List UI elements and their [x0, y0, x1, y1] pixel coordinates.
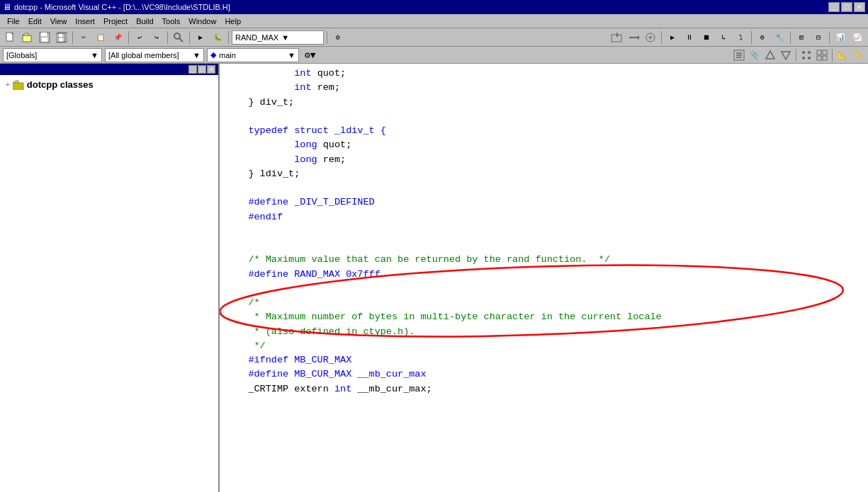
tb-extra-3[interactable] — [643, 30, 658, 45]
code-line-9 — [225, 181, 862, 195]
main-dropdown-icon: ◆ — [210, 50, 216, 59]
title-text: dotcpp - Microsoft Visual C++ - [D:\...\… — [14, 3, 230, 11]
tb-extra-11[interactable]: ⊞ — [794, 30, 809, 45]
members-dropdown[interactable]: [All global members] ▼ — [105, 48, 204, 62]
nav-sep — [796, 49, 796, 62]
tb-extra-1[interactable] — [609, 30, 624, 45]
sidebar-titlebar: _ □ ✕ — [0, 64, 218, 75]
tb-extra-8[interactable]: ⤵ — [733, 30, 748, 45]
sidebar-minimize-btn[interactable]: _ — [188, 65, 197, 74]
tb-extra-12[interactable]: ⊟ — [811, 30, 826, 45]
symbol-dropdown-value: RAND_MAX — [235, 33, 278, 42]
menu-project[interactable]: Project — [99, 16, 132, 27]
code-line-5: typedef struct _ldiv_t { — [225, 124, 862, 138]
code-line-15: #define RAND_MAX 0x7fff — [225, 268, 862, 282]
main-dropdown[interactable]: ◆ main ▼ — [207, 48, 299, 62]
tb-extra-5[interactable]: ⏸ — [682, 30, 697, 45]
members-dropdown-value: [All global members] — [108, 51, 179, 59]
sidebar-maximize-btn[interactable]: □ — [198, 65, 206, 74]
symbol-dropdown[interactable]: RAND_MAX ▼ — [232, 30, 324, 45]
save-all-button[interactable] — [54, 30, 69, 45]
code-line-22: #define MB_CUR_MAX __mb_cur_max — [225, 367, 862, 382]
tb-extra-10[interactable]: 🔧 — [772, 30, 787, 45]
menu-edit[interactable]: Edit — [24, 16, 46, 27]
svg-point-25 — [802, 51, 805, 54]
menu-window[interactable]: Window — [184, 16, 220, 27]
code-line-17: /* — [225, 296, 862, 310]
redo-button[interactable]: ↪ — [149, 30, 164, 45]
minimize-button[interactable]: _ — [828, 2, 840, 12]
nav-btn-1[interactable] — [732, 48, 746, 62]
menu-bar: File Edit View Insert Project Build Tool… — [0, 14, 868, 28]
menu-tools[interactable]: Tools — [158, 16, 185, 27]
nav-btn-2[interactable]: 📎 — [748, 48, 762, 62]
svg-rect-31 — [817, 56, 821, 60]
menu-view[interactable]: View — [46, 16, 72, 27]
code-editor[interactable]: int quot; int rem; } div_t; typedef stru… — [220, 64, 868, 492]
toolbar-sep-3 — [167, 31, 168, 44]
undo-button[interactable]: ↩ — [132, 30, 147, 45]
nav-btn-4[interactable] — [779, 48, 793, 62]
svg-rect-32 — [823, 56, 827, 60]
sidebar-close-btn[interactable]: ✕ — [207, 65, 215, 74]
copy-button[interactable]: 📋 — [93, 30, 108, 45]
code-line-16 — [225, 282, 862, 296]
svg-rect-5 — [42, 38, 47, 42]
tb-extra-9[interactable]: ⚙ — [755, 30, 770, 45]
extra-button[interactable]: ⚙ — [330, 30, 346, 45]
nav-btn-6[interactable] — [815, 48, 829, 62]
debug-button[interactable]: 🐛 — [210, 30, 225, 45]
sidebar-tree-item[interactable]: + dotcpp classes — [6, 78, 213, 91]
folder-icon — [13, 80, 24, 90]
tb-extra-7[interactable]: ↳ — [716, 30, 731, 45]
code-line-10: #define _DIV_T_DEFINED — [225, 195, 862, 210]
svg-point-28 — [808, 57, 811, 59]
nav-btn-3[interactable] — [763, 48, 777, 62]
cut-button[interactable]: ✂ — [76, 30, 91, 45]
expand-icon[interactable]: + — [6, 81, 10, 88]
paste-button[interactable]: 📌 — [110, 30, 125, 45]
toolbar-sep-5 — [228, 31, 229, 44]
tb-extra-2[interactable] — [626, 30, 641, 45]
code-line-6: long quot; — [225, 138, 862, 152]
nav-btn-5[interactable] — [799, 48, 813, 62]
menu-build[interactable]: Build — [132, 16, 157, 27]
sidebar-controls[interactable]: _ □ ✕ — [188, 65, 215, 74]
toolbar: ✂ 📋 📌 ↩ ↪ ▶ 🐛 RAND_MAX ▼ ⚙ ▶ ⏸ ⏹ ↳ ⤵ ⚙ 🔧 — [0, 28, 868, 47]
close-button[interactable]: ✕ — [854, 2, 865, 12]
menu-file[interactable]: File — [3, 16, 24, 27]
tb-extra-14[interactable]: 📈 — [850, 30, 865, 45]
nav-settings-icon[interactable]: ⚙▼ — [305, 50, 316, 61]
code-line-8: } ldiv_t; — [225, 167, 862, 181]
members-dropdown-arrow: ▼ — [193, 51, 201, 59]
nav-btn-8[interactable]: 📏 — [851, 48, 865, 62]
toolbar-sep-10 — [829, 31, 830, 44]
code-line-7: long rem; — [225, 153, 862, 167]
code-line-12 — [225, 224, 862, 239]
title-bar-controls[interactable]: _ □ ✕ — [828, 2, 865, 12]
menu-help[interactable]: Help — [220, 16, 245, 27]
code-line-21: #ifndef MB_CUR_MAX — [225, 353, 862, 367]
globals-dropdown[interactable]: [Globals] ▼ — [3, 48, 102, 62]
nav-sep-2 — [832, 49, 833, 62]
open-file-button[interactable] — [20, 30, 35, 45]
code-line-13 — [225, 239, 862, 253]
toolbar-sep-4 — [189, 31, 190, 44]
code-line-2: int rem; — [225, 81, 862, 95]
new-file-button[interactable] — [3, 30, 18, 45]
tb-extra-6[interactable]: ⏹ — [699, 30, 714, 45]
save-file-button[interactable] — [37, 30, 52, 45]
menu-insert[interactable]: Insert — [71, 16, 99, 27]
svg-marker-24 — [782, 52, 790, 59]
tb-extra-13[interactable]: 📊 — [833, 30, 848, 45]
svg-marker-23 — [766, 51, 774, 59]
svg-point-27 — [802, 57, 805, 59]
code-line-20: */ — [225, 339, 862, 353]
find-button[interactable] — [171, 30, 186, 45]
nav-btn-7[interactable]: 📐 — [835, 48, 850, 62]
build-button[interactable]: ▶ — [193, 30, 208, 45]
maximize-button[interactable]: □ — [841, 2, 852, 12]
svg-point-26 — [808, 51, 811, 54]
tb-extra-4[interactable]: ▶ — [665, 30, 680, 45]
globals-dropdown-arrow: ▼ — [91, 51, 98, 59]
